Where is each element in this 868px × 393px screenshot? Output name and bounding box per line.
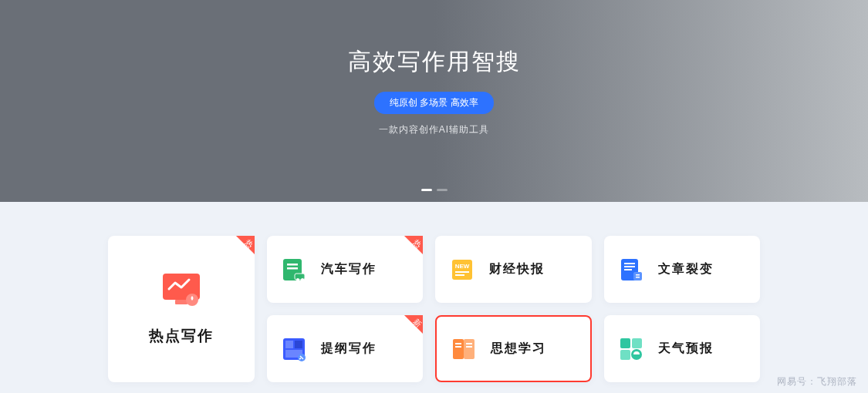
card-label: 天气预报 xyxy=(658,341,714,357)
hero-title: 高效写作用智搜 xyxy=(348,46,521,78)
category-grid: 热 热点写作 热汽车写作NEW财经快报文章裂变新提纲写作思想学习天气预报 xyxy=(0,202,868,382)
svg-rect-5 xyxy=(287,267,298,270)
card-4[interactable]: 思想学习 xyxy=(435,315,591,382)
chart-monitor-icon xyxy=(161,272,201,307)
svg-rect-28 xyxy=(455,346,461,348)
svg-rect-27 xyxy=(455,343,461,344)
card-label: 汽车写作 xyxy=(321,261,377,277)
svg-rect-29 xyxy=(466,343,472,344)
svg-rect-17 xyxy=(633,272,642,280)
card-5[interactable]: 天气预报 xyxy=(604,315,760,382)
card-hot-writing[interactable]: 热 热点写作 xyxy=(108,236,255,382)
card-3[interactable]: 新提纲写作 xyxy=(267,315,423,382)
hero-banner: 高效写作用智搜 纯原创 多场景 高效率 一款内容创作AI辅助工具 xyxy=(0,0,868,202)
svg-rect-4 xyxy=(287,264,298,266)
svg-rect-15 xyxy=(624,266,635,267)
svg-rect-18 xyxy=(636,274,640,276)
svg-point-7 xyxy=(296,278,299,281)
card-0[interactable]: 热汽车写作 xyxy=(267,236,423,303)
svg-rect-21 xyxy=(285,341,293,348)
card-2[interactable]: 文章裂变 xyxy=(604,236,760,303)
svg-rect-26 xyxy=(464,339,475,359)
car-doc-icon xyxy=(281,257,307,283)
outline-icon xyxy=(281,336,307,362)
watermark: 网易号：飞翔部落 xyxy=(777,375,857,388)
svg-point-8 xyxy=(301,278,304,281)
svg-rect-1 xyxy=(175,300,187,304)
card-label: 文章裂变 xyxy=(658,261,714,277)
svg-rect-25 xyxy=(453,339,464,359)
svg-rect-33 xyxy=(620,350,630,360)
svg-rect-31 xyxy=(620,338,630,348)
hero-badge: 纯原创 多场景 高效率 xyxy=(374,92,494,114)
news-icon: NEW xyxy=(449,257,475,283)
svg-text:NEW: NEW xyxy=(455,263,470,270)
svg-rect-30 xyxy=(466,346,472,348)
card-1[interactable]: NEW财经快报 xyxy=(435,236,591,303)
svg-rect-22 xyxy=(295,341,302,348)
card-label: 思想学习 xyxy=(491,341,546,357)
svg-rect-16 xyxy=(624,269,632,270)
split-doc-icon xyxy=(618,257,644,283)
corner-badge: 热 xyxy=(397,236,423,262)
carousel-dots[interactable] xyxy=(421,189,448,191)
card-label: 财经快报 xyxy=(489,261,545,277)
svg-rect-12 xyxy=(455,274,464,276)
book-icon xyxy=(451,336,477,362)
svg-rect-32 xyxy=(632,338,642,348)
svg-rect-11 xyxy=(455,271,469,273)
svg-rect-19 xyxy=(636,277,640,278)
corner-badge: 新 xyxy=(397,315,423,341)
card-label: 提纲写作 xyxy=(321,341,377,357)
weather-icon xyxy=(618,336,644,362)
hero-subtitle: 一款内容创作AI辅助工具 xyxy=(379,123,489,136)
corner-badge: 热 xyxy=(228,236,255,262)
card-label: 热点写作 xyxy=(149,326,214,346)
svg-rect-14 xyxy=(624,263,635,264)
